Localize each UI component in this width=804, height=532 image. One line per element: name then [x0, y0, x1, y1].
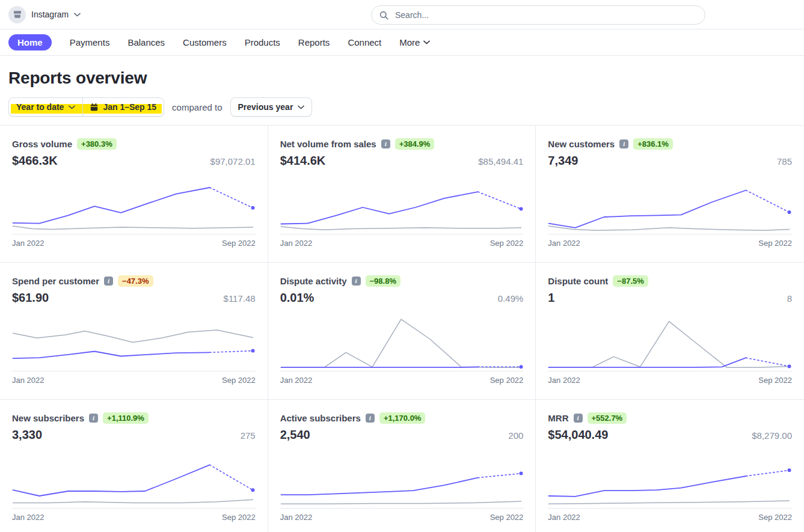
range-preset-label: Year to date [16, 102, 64, 112]
metric-value: 0.01% [280, 291, 315, 305]
x-axis-start-label: Jan 2022 [280, 239, 313, 248]
metric-card-header: New subscribers +1,110.9% [12, 412, 256, 424]
metric-value: 3,330 [12, 428, 42, 442]
x-axis-end-label: Sep 2022 [758, 376, 792, 385]
metric-values-row: 1 8 [548, 291, 792, 305]
metric-values-row: $61.90 $117.48 [12, 291, 256, 305]
comparison-value: $97,072.01 [210, 156, 256, 167]
metric-title: Active subscribers [280, 413, 361, 423]
metric-value: $61.90 [12, 291, 49, 305]
x-axis-start-label: Jan 2022 [280, 376, 313, 385]
chevron-down-icon [74, 13, 81, 17]
metric-card-new-subscribers[interactable]: New subscribers +1,110.9% 3,330 275 Jan … [0, 400, 268, 532]
metric-card-header: Gross volume +380.3% [12, 138, 256, 150]
comparison-select[interactable]: Previous year [230, 97, 313, 117]
account-name: Instagram [31, 10, 69, 19]
metric-value: $414.6K [280, 154, 326, 168]
metric-card-active-subscribers[interactable]: Active subscribers +1,170.0% 2,540 200 J… [268, 400, 536, 532]
metric-values-row: $466.3K $97,072.01 [12, 154, 256, 168]
change-badge: +1,110.9% [103, 412, 149, 424]
page-content: Reports overview Year to date Jan 1–Sep … [0, 68, 804, 117]
metric-card-header: Spend per customer −47.3% [12, 275, 256, 287]
x-axis-labels: Jan 2022 Sep 2022 [548, 239, 792, 248]
range-preset-button[interactable]: Year to date [9, 98, 82, 116]
x-axis-start-label: Jan 2022 [280, 513, 313, 522]
nav-tab-balances[interactable]: Balances [127, 37, 165, 47]
x-axis-labels: Jan 2022 Sep 2022 [280, 376, 524, 385]
x-axis-start-label: Jan 2022 [12, 513, 44, 522]
x-axis-start-label: Jan 2022 [12, 376, 44, 385]
metric-value: $54,040.49 [548, 428, 608, 442]
x-axis-end-label: Sep 2022 [490, 239, 524, 248]
info-icon[interactable] [574, 414, 583, 423]
nav-tab-reports[interactable]: Reports [298, 37, 330, 47]
main-nav: HomePaymentsBalancesCustomersProductsRep… [0, 29, 804, 56]
info-icon[interactable] [619, 139, 628, 148]
x-axis-end-label: Sep 2022 [490, 376, 524, 385]
metric-card-dispute-count[interactable]: Dispute count −87.5% 1 8 Jan 2022 Sep 20… [536, 263, 804, 400]
metric-card-mrr[interactable]: MRR +552.7% $54,040.49 $8,279.00 Jan 202… [536, 400, 804, 532]
metric-values-row: 0.01% 0.49% [280, 291, 524, 305]
comparison-value: 785 [777, 156, 792, 167]
x-axis-end-label: Sep 2022 [222, 239, 256, 248]
x-axis-start-label: Jan 2022 [548, 513, 580, 522]
nav-tab-label: More [399, 37, 420, 47]
search-icon [379, 11, 388, 20]
nav-tab-home[interactable]: Home [8, 34, 52, 50]
comparison-value: 8 [787, 293, 792, 304]
nav-tab-label: Home [17, 37, 43, 47]
account-switcher[interactable]: Instagram [8, 6, 81, 23]
metric-title: Net volume from sales [280, 139, 376, 149]
trend-chart [280, 450, 524, 509]
change-badge: +836.1% [633, 138, 673, 150]
chevron-down-icon [298, 105, 304, 109]
x-axis-end-label: Sep 2022 [222, 513, 256, 522]
chevron-down-icon [423, 40, 430, 44]
change-badge: −87.5% [613, 275, 648, 287]
metrics-grid: Gross volume +380.3% $466.3K $97,072.01 … [0, 125, 804, 532]
metric-value: 1 [548, 291, 554, 305]
change-badge: +380.3% [77, 138, 117, 150]
metric-card-dispute-activity[interactable]: Dispute activity −98.8% 0.01% 0.49% Jan … [268, 263, 536, 400]
x-axis-start-label: Jan 2022 [548, 376, 580, 385]
x-axis-start-label: Jan 2022 [548, 239, 580, 248]
x-axis-labels: Jan 2022 Sep 2022 [548, 376, 792, 385]
date-range-button[interactable]: Jan 1–Sep 15 [82, 98, 164, 116]
comparison-value: 275 [241, 430, 256, 441]
nav-tab-label: Products [245, 37, 280, 47]
trend-chart [548, 313, 792, 371]
nav-tab-label: Reports [298, 37, 330, 47]
nav-tab-label: Payments [70, 37, 110, 47]
info-icon[interactable] [352, 277, 361, 286]
nav-tab-customers[interactable]: Customers [183, 37, 227, 47]
nav-tab-more[interactable]: More [399, 37, 430, 47]
metric-title: New subscribers [12, 413, 84, 423]
search-input[interactable] [394, 10, 697, 20]
metric-card-gross-volume[interactable]: Gross volume +380.3% $466.3K $97,072.01 … [0, 126, 268, 263]
search-bar[interactable] [371, 5, 705, 25]
trend-chart [548, 176, 792, 234]
change-badge: +1,170.0% [379, 412, 426, 424]
metric-values-row: 2,540 200 [280, 428, 524, 442]
nav-tab-products[interactable]: Products [245, 37, 280, 47]
nav-tab-connect[interactable]: Connect [348, 37, 381, 47]
trend-chart [548, 450, 792, 509]
info-icon[interactable] [366, 414, 375, 423]
storefront-icon [13, 10, 22, 19]
info-icon[interactable] [104, 277, 113, 286]
x-axis-end-label: Sep 2022 [758, 513, 792, 522]
nav-tab-payments[interactable]: Payments [70, 37, 110, 47]
x-axis-labels: Jan 2022 Sep 2022 [12, 513, 256, 522]
metric-values-row: $414.6K $85,494.41 [280, 154, 524, 168]
comparison-value: 200 [508, 430, 523, 441]
change-badge: +384.9% [395, 138, 435, 150]
metric-card-new-customers[interactable]: New customers +836.1% 7,349 785 Jan 2022… [536, 126, 804, 263]
info-icon[interactable] [89, 414, 98, 423]
nav-tab-label: Customers [183, 37, 227, 47]
metric-card-net-volume-from-sales[interactable]: Net volume from sales +384.9% $414.6K $8… [268, 126, 536, 263]
metric-value: 2,540 [280, 428, 310, 442]
metric-card-header: Net volume from sales +384.9% [280, 138, 524, 150]
metric-card-spend-per-customer[interactable]: Spend per customer −47.3% $61.90 $117.48… [0, 263, 268, 400]
info-icon[interactable] [381, 139, 390, 148]
metric-values-row: 3,330 275 [12, 428, 256, 442]
